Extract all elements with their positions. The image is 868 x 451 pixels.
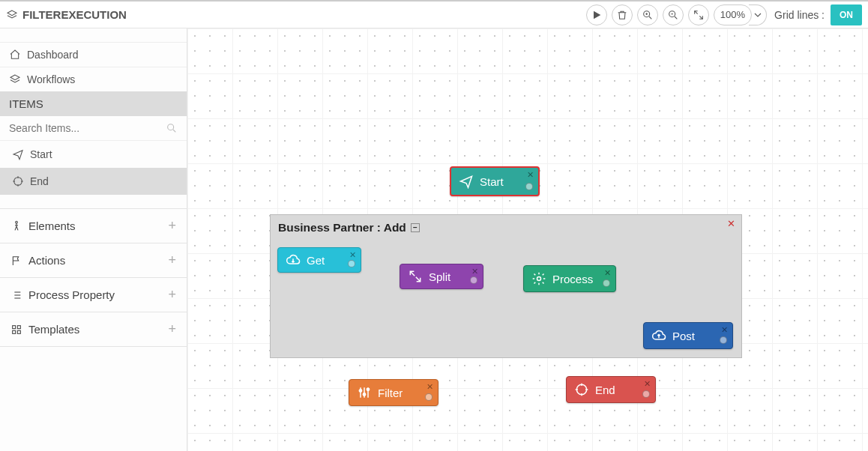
node-label: Process: [552, 273, 593, 285]
accordion-label: Process Property: [28, 288, 115, 301]
sliders-icon: [357, 385, 372, 400]
send-icon: [12, 148, 24, 160]
close-icon[interactable]: ✕: [349, 250, 356, 260]
svg-point-14: [14, 178, 22, 186]
accordion-actions[interactable]: Actions +: [0, 243, 187, 277]
svg-point-39: [576, 384, 586, 394]
svg-marker-0: [7, 10, 16, 16]
node-split[interactable]: Split ✕: [400, 264, 483, 289]
zoom-level: 100%: [714, 4, 752, 25]
plus-icon: +: [168, 218, 176, 234]
svg-line-9: [694, 10, 697, 13]
node-process[interactable]: Process ✕: [523, 265, 616, 292]
port[interactable]: [348, 260, 355, 267]
port[interactable]: [425, 393, 433, 401]
palette-label: End: [30, 175, 49, 187]
node-label: Get: [307, 254, 325, 267]
port[interactable]: [470, 276, 477, 284]
sidebar-section-items: ITEMS: [0, 91, 187, 116]
gear-icon: [531, 271, 546, 286]
port[interactable]: [603, 279, 610, 287]
palette-start[interactable]: Start: [0, 141, 187, 168]
svg-line-10: [699, 16, 702, 19]
port[interactable]: [642, 390, 650, 398]
delete-button[interactable]: [612, 4, 633, 25]
port[interactable]: [720, 336, 727, 344]
cloud-up-icon: [651, 328, 666, 343]
gridlines-label: Grid lines :: [774, 9, 825, 21]
svg-rect-28: [13, 330, 16, 333]
toolbar: FILTEREXECUTION 100% Grid lines : ON: [0, 0, 868, 28]
close-icon[interactable]: ✕: [644, 379, 651, 389]
svg-marker-1: [594, 10, 600, 19]
svg-line-31: [416, 277, 421, 282]
play-button[interactable]: [586, 4, 607, 25]
plus-icon: +: [168, 252, 176, 268]
svg-marker-11: [10, 75, 19, 80]
plus-icon: +: [168, 321, 176, 337]
close-icon[interactable]: ✕: [471, 267, 478, 276]
home-icon: [9, 49, 21, 61]
port[interactable]: [525, 183, 533, 190]
layers-icon: [9, 73, 21, 85]
trash-icon: [616, 9, 628, 21]
accordion-templates[interactable]: Templates +: [0, 312, 187, 347]
close-icon[interactable]: ✕: [721, 325, 728, 335]
palette-label: Start: [30, 148, 52, 160]
palette-end[interactable]: End: [0, 168, 187, 195]
cloud-down-icon: [286, 252, 301, 267]
list-icon: [10, 289, 22, 301]
title-text: FILTEREXECUTION: [22, 8, 127, 21]
svg-point-12: [168, 124, 174, 130]
svg-point-36: [363, 393, 365, 396]
zoom-out-button[interactable]: [663, 4, 684, 25]
node-start[interactable]: Start ✕: [450, 166, 540, 196]
zoom-in-icon: [642, 9, 654, 21]
accordion-elements[interactable]: Elements +: [0, 208, 187, 243]
zoom-out-icon: [667, 9, 679, 21]
close-icon[interactable]: ✕: [727, 218, 735, 229]
svg-line-3: [649, 16, 651, 19]
close-icon[interactable]: ✕: [427, 382, 433, 392]
node-post[interactable]: Post ✕: [643, 322, 733, 349]
node-label: Filter: [378, 387, 403, 399]
node-get[interactable]: Get ✕: [277, 247, 361, 273]
fullscreen-button[interactable]: [688, 4, 709, 25]
node-end[interactable]: End ✕: [566, 376, 656, 403]
search-box[interactable]: [0, 116, 187, 141]
svg-line-7: [675, 16, 677, 19]
search-icon: [166, 122, 178, 134]
layers-icon: [6, 9, 18, 21]
nav-label: Workflows: [27, 73, 75, 85]
node-label: End: [595, 384, 615, 396]
node-label: Split: [429, 270, 450, 283]
close-icon[interactable]: ✕: [604, 268, 611, 278]
target-icon: [12, 175, 24, 187]
svg-line-13: [173, 130, 175, 132]
node-filter[interactable]: Filter ✕: [349, 379, 438, 406]
accordion-label: Elements: [28, 220, 76, 232]
flag-icon: [10, 255, 22, 267]
search-input[interactable]: [9, 122, 166, 134]
walk-icon: [10, 220, 22, 232]
canvas[interactable]: Business Partner : Add − ✕ Start ✕ Get ✕…: [187, 28, 868, 451]
close-icon[interactable]: ✕: [527, 170, 534, 180]
svg-rect-29: [17, 330, 20, 333]
nav-dashboard[interactable]: Dashboard: [0, 42, 187, 67]
node-label: Post: [672, 330, 695, 342]
accordion-label: Templates: [28, 323, 79, 336]
page-title: FILTEREXECUTION: [6, 8, 127, 21]
target-icon: [574, 382, 589, 397]
zoom-in-button[interactable]: [637, 4, 658, 25]
svg-point-19: [16, 221, 18, 223]
accordion-label: Actions: [28, 254, 65, 267]
collapse-button[interactable]: −: [411, 223, 420, 232]
gridlines-toggle[interactable]: ON: [831, 4, 862, 25]
group-title: Business Partner : Add −: [278, 221, 420, 234]
zoom-dropdown[interactable]: [749, 4, 767, 25]
expand-icon: [693, 9, 705, 21]
nav-workflows[interactable]: Workflows: [0, 67, 187, 91]
plus-icon: +: [168, 287, 176, 303]
accordion-process-property[interactable]: Process Property +: [0, 277, 187, 312]
svg-point-32: [537, 277, 541, 281]
